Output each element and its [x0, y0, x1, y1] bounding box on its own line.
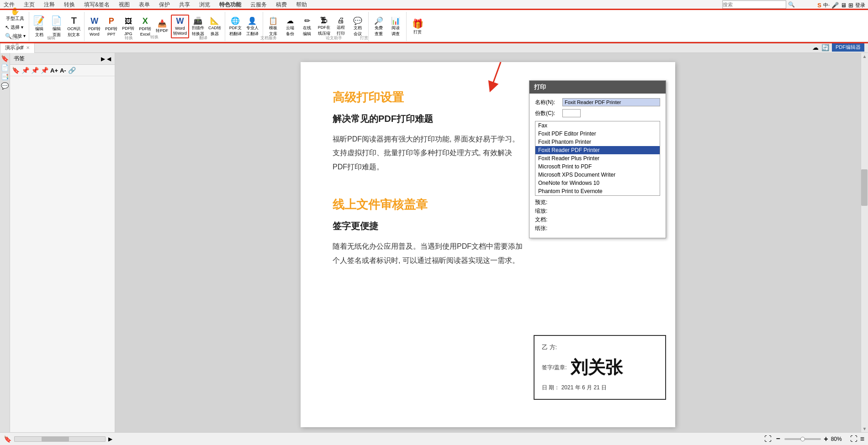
zoom-btn[interactable]: 🔍 缩放 ▾ [4, 32, 27, 40]
printer-onenote[interactable]: OneNote for Windows 10 [535, 179, 660, 187]
refresh-icon[interactable]: 🔄 [821, 44, 829, 51]
printer-ms-pdf[interactable]: Microsoft Print to PDF [535, 162, 660, 171]
fit-page-icon[interactable]: ⛶ [764, 435, 772, 443]
sidebar-header: 书签 ▶ ◀ [10, 53, 115, 65]
hand-tool-btn[interactable]: ✋ 手型工具 [4, 6, 27, 23]
fullscreen-btn[interactable]: ⛶ [850, 435, 857, 443]
printer-fax[interactable]: Fax [535, 121, 660, 130]
menu-bar: 文件 主页 注释 转换 填写&签名 视图 表单 保护 共享 浏览 特色功能 云服… [0, 0, 868, 10]
menu-item-form[interactable]: 表单 [137, 0, 152, 10]
printer-ms-xps[interactable]: Microsoft XPS Document Writer [535, 171, 660, 179]
template-btn[interactable]: 📋 模板文库 [265, 16, 281, 38]
signature-name: 刘关张 [571, 356, 623, 379]
pdf-to-jpg-btn[interactable]: 🖼 PDF转JPG [120, 16, 137, 37]
menu-item-browse[interactable]: 浏览 [197, 0, 212, 10]
cloud-backup-btn[interactable]: ☁ 云端备份 [282, 16, 298, 38]
remote-print-btn[interactable]: 🖨 远程打印 [333, 16, 349, 37]
horizontal-scrollbar[interactable] [14, 436, 106, 442]
menu-item-share[interactable]: 共享 [177, 0, 192, 10]
scroll-thumb[interactable] [861, 169, 868, 206]
sidebar-tool-link[interactable]: 🔗 [68, 67, 76, 74]
sidebar-content [10, 76, 115, 432]
ocr-btn[interactable]: T OCR识别文本 [66, 15, 82, 39]
printer-foxit-reader[interactable]: Foxit Reader PDF Printer [535, 146, 660, 154]
zoom-slider-container[interactable] [784, 436, 821, 442]
plagcheck-btn[interactable]: 🔎 免费查重 [370, 16, 387, 38]
screen-icon[interactable]: 🖥 [841, 2, 847, 9]
to-pdf-btn[interactable]: 📥 转PDF [154, 18, 170, 35]
printer-foxit-editor[interactable]: Foxit PDF Editor Printer [535, 130, 660, 138]
sidebar-tool-font-plus[interactable]: A+ [50, 67, 58, 74]
menu-item-convert[interactable]: 转换 [62, 0, 77, 10]
register-btn[interactable]: 登录 [855, 2, 865, 9]
statusbar-icon1[interactable]: 🔖 [4, 435, 11, 443]
cad-convert-btn[interactable]: 📐 CAD转换器 [206, 16, 223, 38]
zoom-minus-btn[interactable]: － [774, 434, 782, 444]
sidebar-icon-annot[interactable]: 💬 [1, 82, 9, 89]
vertical-scrollbar[interactable]: ▲ ▼ [861, 53, 868, 432]
sidebar-tool-add3[interactable]: 📌 [41, 67, 48, 74]
hscroll-right-btn[interactable]: ▶ [108, 436, 112, 442]
ribbon: ✋ 手型工具 ↖ 选择 ▾ 🔍 缩放 ▾ 工具 📝 编辑文档 [0, 10, 868, 42]
print-dialog: 打印 名称(N): 份数(C): [529, 80, 666, 238]
sidebar-title: 书签 [14, 55, 25, 63]
pdf-viewer: 高级打印设置 解决常见的PDF打印难题 福昕PDF阅读器拥有强大的打印功能, 界… [115, 53, 868, 432]
sidebar-icon-bookmark[interactable]: 🔖 [1, 55, 9, 62]
pro-translate-btn[interactable]: 👤 专业人工翻译 [244, 16, 260, 38]
edit-doc-btn[interactable]: 📝 编辑文档 [31, 14, 48, 39]
grid-icon[interactable]: ⊞ [848, 2, 853, 9]
reward-btn[interactable]: 🎁 打赏 [409, 17, 426, 36]
scroll-up-btn[interactable]: ▲ [862, 53, 868, 60]
pdf-to-ppt-btn[interactable]: P PDF转PPT [103, 16, 120, 37]
pdf-to-word-btn[interactable]: W PDF转Word [86, 16, 103, 37]
menu-item-protect[interactable]: 保护 [157, 0, 172, 10]
zoom-plus-btn[interactable]: + [824, 435, 828, 443]
print-copies-input[interactable] [562, 109, 581, 117]
sidebar-tool-font-minus[interactable]: A- [60, 67, 66, 74]
edit-page-btn[interactable]: 📄 编辑页面 [48, 14, 65, 39]
sidebar-tool-bookmark[interactable]: 🔖 [12, 67, 20, 74]
online-edit-btn[interactable]: ✏ 在线编辑 [299, 16, 315, 38]
scan-convert-btn[interactable]: 📠 扫描件转换器 [190, 16, 206, 38]
pdf-translate-btn[interactable]: 🌐 PDF文档翻译 [227, 16, 243, 38]
menu-item-cloud[interactable]: 云服务 [249, 0, 269, 10]
menu-item-payment[interactable]: 稿费 [274, 0, 289, 10]
word-to-word-btn[interactable]: W Word转Word [171, 15, 189, 38]
menu-item-help[interactable]: 帮助 [294, 0, 309, 10]
printer-foxit-phantom[interactable]: Foxit Phantom Printer [535, 138, 660, 146]
mic-icon[interactable]: 🎤 [831, 2, 839, 9]
pdf-page-area[interactable]: 高级打印设置 解决常见的PDF打印难题 福昕PDF阅读器拥有强大的打印功能, 界… [115, 53, 861, 432]
scroll-down-btn[interactable]: ▼ [862, 425, 868, 432]
printer-foxit-plus[interactable]: Foxit Reader Plus Printer [535, 154, 660, 162]
sidebar-tool-add[interactable]: 📌 [21, 67, 29, 74]
sidebar-icon-thumb[interactable]: 📄 [1, 64, 9, 71]
menu-item-view[interactable]: 视图 [117, 0, 132, 10]
readsurvey-btn[interactable]: 📊 阅读调查 [387, 16, 404, 38]
hscroll-thumb[interactable] [42, 437, 69, 441]
scroll-mode-btn[interactable]: ≡ [860, 435, 864, 443]
pdf-editor-label: PDF编辑器 [832, 43, 864, 52]
sidebar-expand-icon[interactable]: ▶ [101, 56, 105, 62]
sign-label: 签字/盖章: [542, 364, 567, 372]
select-btn[interactable]: ↖ 选择 ▾ [4, 23, 27, 31]
compress-btn[interactable]: 🗜 PDF在线压缩 [316, 16, 332, 37]
menu-item-special[interactable]: 特色功能 [217, 0, 243, 10]
printer-phantom-evernote[interactable]: Phantom Print to Evernote [535, 187, 660, 195]
pdf-page: 高级打印设置 解决常见的PDF打印难题 福昕PDF阅读器拥有强大的打印功能, 界… [301, 62, 675, 427]
lang-toggle[interactable]: 中· [823, 2, 830, 9]
cloud-sync-icon[interactable]: ☁ [812, 44, 819, 51]
search-icon[interactable]: 🔍 [788, 1, 795, 8]
menu-item-fillsign[interactable]: 填写&签名 [82, 0, 111, 10]
print-name-label: 名称(N): [535, 99, 562, 106]
sidebar-tool-add2[interactable]: 📌 [31, 67, 39, 74]
sidebar-close-icon[interactable]: ◀ [107, 56, 111, 62]
status-bar: 🔖 ▶ ⛶ － + 80% ⛶ ≡ [0, 432, 868, 445]
foxit-logo: S [817, 2, 821, 9]
doc-meeting-btn[interactable]: 💬 文档会议 [349, 16, 366, 38]
sidebar-icon-layers[interactable]: 📑 [1, 73, 9, 80]
zoom-slider-thumb[interactable] [800, 437, 805, 441]
menu-item-annotation[interactable]: 注释 [42, 0, 57, 10]
print-name-input[interactable] [562, 98, 660, 106]
search-input[interactable] [722, 0, 786, 9]
print-paper-label: 纸张: [535, 225, 553, 232]
